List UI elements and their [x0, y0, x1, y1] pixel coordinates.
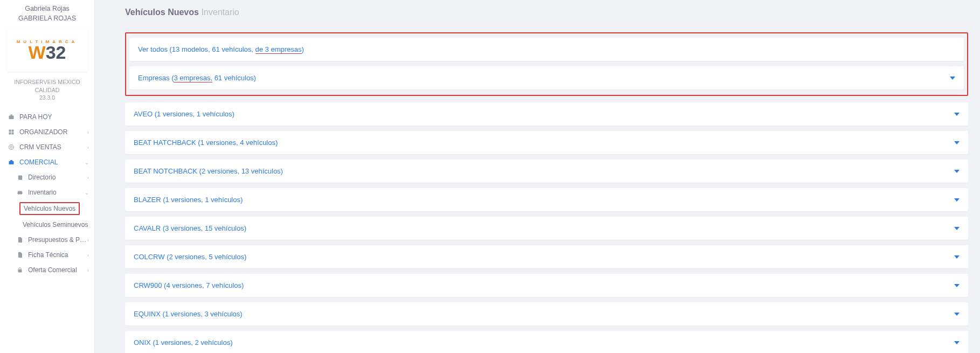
- app-version: 23.3.0: [3, 94, 91, 102]
- panel-label: BEAT HATCHBACK (1 versiones, 4 vehículos…: [134, 139, 954, 147]
- nav-oferta-comercial[interactable]: Oferta Comercial ‹: [0, 262, 94, 278]
- svg-rect-10: [18, 269, 22, 273]
- panel-label: Empresas (3 empresas, 61 vehículos): [138, 74, 950, 82]
- book-icon: [16, 175, 24, 181]
- caret-down-icon: [954, 341, 960, 344]
- panel-model[interactable]: BLAZER (1 versiones, 1 vehículos): [125, 188, 968, 211]
- models-list: AVEO (1 versiones, 1 vehículos)BEAT HATC…: [125, 102, 968, 353]
- brand-mark: W32: [29, 43, 66, 61]
- svg-point-6: [9, 145, 14, 150]
- panel-model[interactable]: EQUINX (1 versiones, 3 vehículos): [125, 302, 968, 326]
- user-name: Gabriela Rojas: [2, 4, 92, 14]
- chevron-left-icon: ‹: [87, 267, 89, 273]
- svg-point-7: [10, 146, 12, 148]
- panel-model[interactable]: BEAT NOTCHBACK (2 versiones, 13 vehículo…: [125, 160, 968, 183]
- svg-rect-4: [9, 133, 11, 135]
- nav-directorio[interactable]: Directorio ‹: [0, 170, 94, 185]
- caret-down-icon: [954, 170, 960, 173]
- panel-ver-todos[interactable]: Ver todos (13 modelos, 61 vehículos, de …: [129, 38, 964, 61]
- panel-label: ONIX (1 versiones, 2 vehículos): [134, 338, 954, 347]
- panel-model[interactable]: CRW900 (4 versiones, 7 vehículos): [125, 274, 968, 297]
- panel-model[interactable]: AVEO (1 versiones, 1 vehículos): [125, 102, 968, 126]
- panel-label: BLAZER (1 versiones, 1 vehículos): [134, 196, 954, 204]
- svg-rect-5: [12, 133, 14, 135]
- panel-label: CAVALR (3 versiones, 15 vehículos): [134, 224, 954, 232]
- toolbox-icon: [8, 159, 15, 165]
- svg-rect-9: [10, 160, 12, 161]
- panel-model[interactable]: ONIX (1 versiones, 2 vehículos): [125, 331, 968, 353]
- company-name: INFORSERVEIS MEXICO CALIDAD: [3, 78, 91, 94]
- nav-organizador[interactable]: ORGANIZADOR ‹: [0, 124, 94, 140]
- nav-vehiculos-nuevos[interactable]: Vehículos Nuevos: [0, 200, 94, 217]
- panel-label: BEAT NOTCHBACK (2 versiones, 13 vehículo…: [134, 167, 954, 175]
- svg-rect-1: [10, 115, 12, 116]
- panel-model[interactable]: BEAT HATCHBACK (1 versiones, 4 vehículos…: [125, 131, 968, 154]
- chevron-left-icon: ‹: [87, 129, 89, 135]
- user-alias: GABRIELA ROJAS: [2, 14, 92, 24]
- target-icon: [8, 144, 15, 150]
- main-nav: PARA HOY ORGANIZADOR ‹ CRM VENTAS ‹ COME…: [0, 109, 94, 278]
- lock-icon: [16, 267, 24, 273]
- page-title: Vehículos Nuevos Inventario: [125, 8, 968, 17]
- caret-down-icon: [954, 198, 960, 202]
- chevron-down-icon: ⌄: [85, 190, 89, 196]
- briefcase-icon: [8, 114, 15, 120]
- chevron-left-icon: ‹: [87, 237, 89, 243]
- chevron-down-icon: ⌄: [85, 160, 89, 165]
- panel-label: CRW900 (4 versiones, 7 vehículos): [134, 281, 954, 289]
- file-icon: [16, 252, 24, 258]
- page-subtitle: Inventario: [201, 8, 239, 17]
- highlight-box: Vehículos Nuevos: [19, 202, 80, 215]
- nav-crm-ventas[interactable]: CRM VENTAS ‹: [0, 140, 94, 155]
- panel-label: Ver todos (13 modelos, 61 vehículos, de …: [138, 45, 955, 53]
- svg-rect-8: [9, 161, 14, 164]
- chevron-left-icon: ‹: [87, 252, 89, 258]
- nav-presupuestos[interactable]: Presupuestos & Pedidos ‹: [0, 232, 94, 247]
- document-icon: [16, 237, 24, 243]
- svg-rect-0: [9, 116, 14, 120]
- grid-icon: [8, 129, 15, 135]
- panel-model[interactable]: CAVALR (3 versiones, 15 vehículos): [125, 217, 968, 240]
- svg-rect-2: [9, 130, 11, 132]
- panel-label: COLCRW (2 versiones, 5 vehículos): [134, 253, 954, 261]
- nav-para-hoy[interactable]: PARA HOY: [0, 109, 94, 124]
- main-content: Vehículos Nuevos Inventario Ver todos (1…: [95, 0, 980, 353]
- brand-logo: MULTIMARCA W32: [7, 29, 88, 72]
- nav-comercial[interactable]: COMERCIAL ⌄: [0, 155, 94, 170]
- highlight-group: Ver todos (13 modelos, 61 vehículos, de …: [125, 32, 968, 96]
- nav-vehiculos-seminuevos[interactable]: Vehículos Seminuevos: [0, 217, 94, 232]
- sidebar: Gabriela Rojas GABRIELA ROJAS MULTIMARCA…: [0, 0, 95, 353]
- caret-down-icon: [954, 141, 960, 144]
- caret-down-icon: [954, 313, 960, 316]
- panel-label: AVEO (1 versiones, 1 vehículos): [134, 110, 954, 118]
- caret-down-icon: [950, 77, 955, 80]
- panel-model[interactable]: COLCRW (2 versiones, 5 vehículos): [125, 245, 968, 268]
- user-block: Gabriela Rojas GABRIELA ROJAS: [0, 0, 94, 25]
- caret-down-icon: [954, 284, 960, 287]
- nav-ficha-tecnica[interactable]: Ficha Técnica ‹: [0, 247, 94, 262]
- company-block: INFORSERVEIS MEXICO CALIDAD 23.3.0: [0, 76, 94, 109]
- caret-down-icon: [954, 227, 960, 230]
- nav-inventario[interactable]: Inventario ⌄: [0, 185, 94, 200]
- chevron-left-icon: ‹: [87, 144, 89, 150]
- car-icon: [16, 190, 24, 195]
- svg-rect-3: [12, 130, 14, 132]
- caret-down-icon: [954, 113, 960, 116]
- caret-down-icon: [954, 255, 960, 259]
- panel-empresas[interactable]: Empresas (3 empresas, 61 vehículos): [129, 66, 964, 89]
- panel-label: EQUINX (1 versiones, 3 vehículos): [134, 310, 954, 318]
- chevron-left-icon: ‹: [87, 175, 89, 181]
